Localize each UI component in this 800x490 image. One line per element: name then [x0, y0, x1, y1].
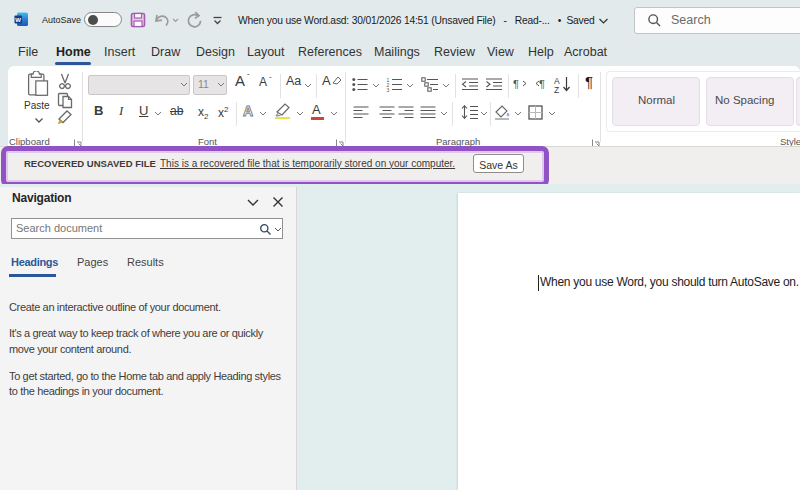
svg-text:A: A: [243, 103, 253, 118]
svg-text:Z: Z: [554, 85, 559, 94]
svg-text:¶: ¶: [513, 78, 519, 90]
svg-text:3: 3: [387, 87, 390, 93]
svg-text:W: W: [15, 17, 21, 23]
svg-text:¶: ¶: [539, 78, 545, 90]
